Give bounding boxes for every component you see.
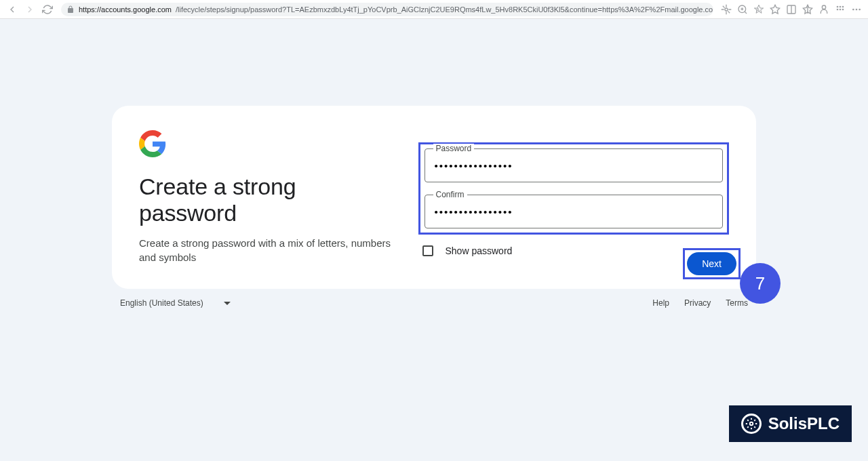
language-label: English (United States) [120,298,203,308]
extension-icon[interactable] [720,3,732,16]
google-logo [139,130,391,160]
lock-icon [66,5,75,14]
favorite-icon[interactable] [769,3,781,16]
next-highlight-box: Next [683,248,741,279]
page-subheading: Create a strong password with a mix of l… [139,236,391,264]
svg-point-21 [749,422,753,426]
show-password-label: Show password [446,245,513,256]
confirm-field-container: Confirm [425,195,724,228]
right-column: Password Confirm Show password [405,130,730,264]
split-icon[interactable] [785,3,797,16]
zoom-icon[interactable] [736,3,749,16]
svg-point-11 [822,5,825,9]
svg-point-17 [842,8,844,10]
svg-point-20 [859,8,861,10]
next-button[interactable]: Next [687,252,736,275]
svg-point-19 [856,8,858,10]
forward-button[interactable] [23,3,37,16]
svg-point-14 [842,5,844,7]
left-column: Create a strong password Create a strong… [139,130,405,264]
svg-point-16 [840,8,842,10]
url-domain: https://accounts.google.com [79,5,172,14]
show-password-checkbox[interactable] [422,245,433,256]
password-field-container: Password [425,148,724,182]
svg-marker-6 [770,5,779,14]
refresh-button[interactable] [41,3,54,16]
read-aloud-icon[interactable]: A [753,3,765,16]
svg-point-15 [837,8,839,10]
help-link[interactable]: Help [652,298,669,308]
confirm-input[interactable] [425,195,723,228]
url-path: /lifecycle/steps/signup/password?TL=AEzb… [176,5,713,14]
password-label: Password [433,144,475,153]
svg-point-12 [837,5,839,7]
svg-text:A: A [756,6,760,12]
gear-icon [741,414,762,434]
back-button[interactable] [5,3,19,16]
more-icon[interactable] [850,3,863,16]
svg-point-0 [725,8,728,11]
language-selector[interactable]: English (United States) [120,298,231,308]
watermark-text: SolisPLC [768,414,840,433]
password-input[interactable] [425,149,723,182]
page-heading: Create a strong password [139,174,391,226]
input-highlight-box: Password Confirm [418,142,730,235]
collections-icon[interactable] [802,3,814,16]
svg-line-2 [745,12,747,14]
footer-links: Help Privacy Terms [652,298,748,308]
profile-icon[interactable] [818,3,830,16]
terms-link[interactable]: Terms [726,298,748,308]
step-badge: 7 [740,263,781,304]
watermark: SolisPLC [729,405,852,442]
confirm-label: Confirm [433,190,467,199]
extensions-icon[interactable] [834,3,846,16]
svg-point-18 [852,8,854,10]
privacy-link[interactable]: Privacy [684,298,711,308]
dropdown-triangle-icon [224,302,231,305]
footer: English (United States) Help Privacy Ter… [112,298,756,308]
signup-card: Create a strong password Create a strong… [112,106,756,289]
svg-point-13 [840,5,842,7]
browser-toolbar: https://accounts.google.com/lifecycle/st… [0,0,868,19]
url-bar[interactable]: https://accounts.google.com/lifecycle/st… [61,3,713,16]
